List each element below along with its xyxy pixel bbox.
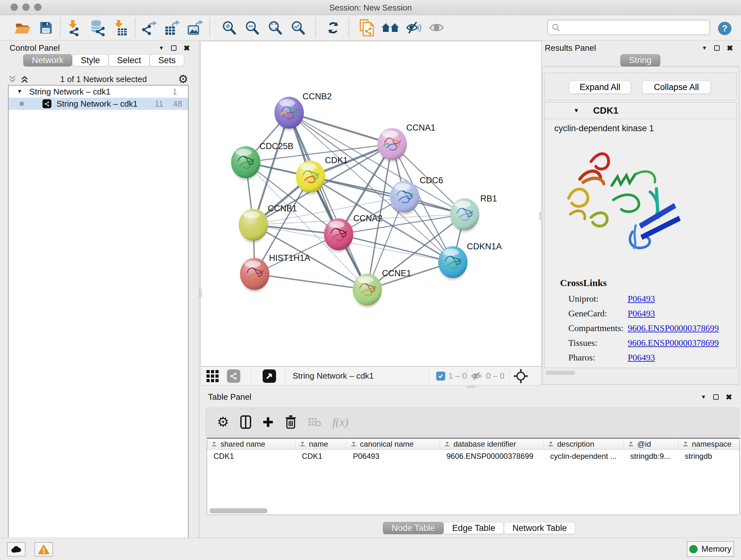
tab-node-table[interactable]: Node Table	[383, 522, 444, 534]
network-selection-status: 1 of 1 Network selected	[29, 74, 178, 84]
collapse-all-tree-icon[interactable]	[20, 75, 29, 84]
crosslink-link[interactable]: P06493	[628, 308, 655, 319]
results-hscroll-thumb[interactable]	[546, 371, 575, 375]
network-canvas[interactable]: CCNB2CCNA1CDC25BCDK1CDC6RB1CCNB1CCNA2CDK…	[200, 41, 542, 367]
table-hscroll-thumb[interactable]	[209, 508, 267, 513]
table-gear-icon[interactable]: ⚙	[217, 415, 229, 429]
column-header-shared-name[interactable]: shared name	[207, 439, 295, 449]
close-panel-button[interactable]: ✖	[184, 44, 190, 53]
show-grid-button[interactable]	[206, 367, 219, 385]
collection-disclosure-icon[interactable]: ▼	[17, 88, 22, 95]
open-session-button[interactable]	[11, 17, 35, 38]
show-columns-icon[interactable]	[240, 415, 252, 429]
string-home-button[interactable]	[379, 17, 402, 38]
table-cell[interactable]: CDK1	[207, 449, 295, 463]
search-field[interactable]	[547, 20, 710, 35]
node-CCNB2[interactable]: CCNB2	[274, 91, 332, 131]
column-header-canonical-name[interactable]: canonical name	[347, 439, 440, 449]
refresh-button[interactable]	[322, 17, 345, 38]
protein-card-header[interactable]: ▼ CDK1	[545, 103, 736, 119]
network-options-gear-icon[interactable]: ⚙	[178, 73, 188, 85]
tab-style[interactable]: Style	[72, 54, 109, 66]
zoom-selected-button[interactable]	[286, 17, 310, 38]
search-input[interactable]	[562, 23, 700, 32]
network-edge-HIST1H1A-CCNE1[interactable]	[255, 274, 367, 290]
column-header-@id[interactable]: @id	[624, 439, 678, 449]
column-header-name[interactable]: name	[295, 439, 347, 449]
column-header-namespace[interactable]: namespace	[678, 439, 740, 449]
network-edge-CCNB2-CCNA1[interactable]	[289, 113, 392, 144]
node-RB1[interactable]: RB1	[450, 194, 497, 232]
zoom-fit-button[interactable]	[264, 17, 286, 38]
export-image-button[interactable]	[184, 17, 207, 38]
node-CCNA1[interactable]: CCNA1	[378, 123, 435, 162]
table-cell[interactable]: cyclin-dependent ...	[544, 449, 624, 463]
tab-network-table[interactable]: Network Table	[504, 522, 576, 534]
node-HIST1H1A[interactable]: HIST1H1A	[240, 253, 310, 292]
hide-glass-panel-button[interactable]	[402, 17, 425, 38]
import-network-database-button[interactable]	[86, 17, 109, 38]
show-glass-panel-button[interactable]	[425, 17, 448, 38]
maximize-table-button[interactable]	[713, 394, 719, 400]
view-mode-button[interactable]	[227, 367, 240, 385]
tab-select[interactable]: Select	[109, 54, 150, 66]
network-edge-CCNB2-CCNE1[interactable]	[289, 113, 367, 290]
clone-network-button[interactable]	[356, 17, 379, 38]
table-cell[interactable]: P06493	[347, 449, 440, 463]
edge-count: 48	[173, 99, 182, 109]
float-results-button[interactable]: ▼	[702, 45, 707, 51]
warnings-button[interactable]	[35, 542, 53, 557]
table-row[interactable]: CDK1CDK1P064939606.ENSP00000378699cyclin…	[207, 449, 739, 463]
crosslink-link[interactable]: 9606.ENSP00000378699	[628, 323, 719, 333]
tab-string[interactable]: String	[620, 54, 660, 66]
birdseye-view-button[interactable]	[263, 367, 276, 385]
column-header-database-identifier[interactable]: database identifier	[440, 439, 544, 449]
float-panel-button[interactable]: ▼	[158, 45, 164, 51]
fit-selected-button[interactable]	[514, 367, 528, 385]
table-cell[interactable]: CDK1	[295, 449, 347, 463]
main-toolbar: ?	[0, 15, 741, 41]
float-table-button[interactable]: ▼	[701, 394, 706, 400]
table-cell[interactable]: stringdb	[678, 449, 740, 463]
tab-edge-table[interactable]: Edge Table	[444, 522, 504, 534]
crosslink-link[interactable]: 9606.ENSP00000378699	[628, 338, 719, 348]
node-CDC25B[interactable]: CDC25B	[231, 141, 293, 180]
node-CDC6[interactable]: CDC6	[390, 176, 443, 214]
maximize-results-button[interactable]	[714, 45, 720, 51]
close-results-button[interactable]: ✖	[727, 44, 733, 53]
zoom-in-button[interactable]	[218, 17, 241, 38]
memory-button[interactable]: Memory	[687, 541, 734, 557]
close-table-button[interactable]: ✖	[726, 393, 732, 401]
protein-disclosure-icon[interactable]: ▼	[574, 107, 579, 114]
tab-sets[interactable]: Sets	[150, 54, 184, 66]
table-cell[interactable]: stringdb:9...	[624, 449, 678, 463]
help-button[interactable]: ?	[718, 22, 731, 35]
export-network-button[interactable]	[138, 17, 161, 38]
node-CCNE1[interactable]: CCNE1	[353, 268, 411, 307]
checkbox-checked-icon[interactable]	[436, 372, 445, 381]
network-collection-row[interactable]: ▼ String Network – cdk1 1	[9, 85, 188, 98]
delete-column-icon[interactable]	[285, 415, 297, 429]
column-header-description[interactable]: description	[544, 439, 624, 449]
zoom-out-button[interactable]	[241, 17, 264, 38]
selected-nodes-toggle[interactable]: 1 – 0	[436, 367, 467, 385]
crosslink-link[interactable]: P06493	[628, 294, 655, 304]
protein-name: CDK1	[593, 105, 618, 116]
expand-all-tree-icon[interactable]	[8, 75, 17, 84]
expand-all-button[interactable]: Expand All	[569, 80, 631, 94]
network-row-selected[interactable]: String Network – cdk1 11 48	[9, 98, 188, 110]
save-session-button[interactable]	[35, 17, 57, 38]
add-column-icon[interactable]	[262, 416, 274, 428]
maximize-panel-button[interactable]	[171, 45, 177, 51]
export-table-button[interactable]	[161, 17, 184, 38]
import-table-button[interactable]	[109, 17, 132, 38]
cloud-button[interactable]	[7, 542, 25, 557]
table-cell[interactable]: 9606.ENSP00000378699	[440, 449, 544, 463]
import-network-file-button[interactable]	[63, 17, 86, 38]
left-splitter-handle[interactable]	[199, 289, 202, 297]
hidden-items-indicator[interactable]: 0 – 0	[471, 367, 504, 385]
collapse-all-button[interactable]: Collapse All	[642, 80, 711, 94]
tab-network[interactable]: Network	[23, 54, 72, 66]
crosslink-link[interactable]: P06493	[628, 353, 655, 363]
node-CDKN1A[interactable]: CDKN1A	[438, 242, 502, 280]
